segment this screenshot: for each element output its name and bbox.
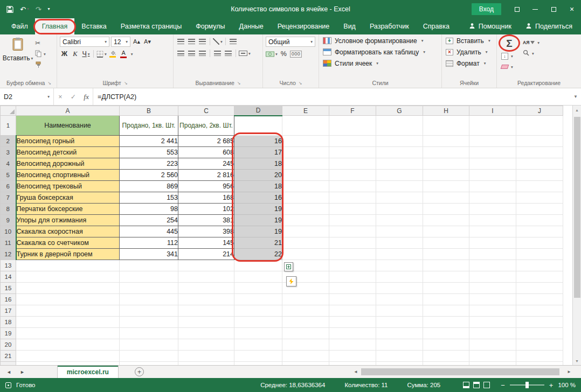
cell-C6[interactable]: 956	[178, 181, 234, 192]
zoom-level[interactable]: 100 %	[558, 382, 576, 388]
cell[interactable]	[516, 305, 563, 317]
cell[interactable]	[282, 181, 329, 192]
comma-style-icon[interactable]: 000	[290, 51, 302, 58]
cell[interactable]	[282, 328, 329, 339]
cell[interactable]	[423, 305, 469, 317]
cell[interactable]	[423, 317, 469, 328]
cancel-icon[interactable]: ×	[54, 93, 67, 101]
cell[interactable]	[469, 317, 516, 328]
cell[interactable]	[516, 260, 563, 271]
align-center-icon[interactable]	[187, 48, 196, 58]
italic-button[interactable]: К	[71, 49, 80, 59]
cell-D12[interactable]: 22	[234, 249, 282, 260]
cell[interactable]	[16, 283, 120, 294]
column-header-A[interactable]: A	[16, 106, 120, 116]
cell[interactable]	[469, 237, 516, 249]
decrease-font-icon[interactable]: А▾	[143, 37, 152, 47]
column-header-B[interactable]: B	[120, 106, 178, 116]
cell-styles-button[interactable]: Стили ячеек▾	[319, 57, 441, 68]
clipboard-dialog-launcher-icon[interactable]: ↘	[47, 81, 51, 86]
cell[interactable]	[423, 204, 469, 215]
cell-B4[interactable]: 223	[120, 158, 178, 170]
cell[interactable]	[423, 215, 469, 226]
cell[interactable]	[234, 294, 282, 305]
cell[interactable]	[376, 181, 423, 192]
cell[interactable]	[376, 328, 423, 339]
cell[interactable]	[329, 260, 376, 271]
horizontal-scroll-thumb[interactable]	[361, 368, 559, 375]
page-break-view-icon[interactable]	[483, 382, 490, 388]
maximize-button[interactable]	[544, 0, 563, 18]
cell[interactable]	[282, 294, 329, 305]
assistant-button[interactable]: Помощник	[469, 23, 511, 31]
cell[interactable]	[516, 328, 563, 339]
cell[interactable]	[329, 181, 376, 192]
cell[interactable]	[376, 158, 423, 170]
sheet-nav-right-icon[interactable]: ►	[16, 369, 29, 375]
cell[interactable]	[234, 305, 282, 317]
scroll-down-icon[interactable]: ▼	[575, 356, 579, 365]
cell[interactable]	[469, 204, 516, 215]
align-right-icon[interactable]	[198, 48, 207, 58]
number-dialog-launcher-icon[interactable]: ↘	[299, 81, 302, 86]
cell-A11[interactable]: Скакалка со счетчиком	[16, 237, 120, 249]
cell[interactable]	[423, 116, 469, 136]
scroll-right-icon[interactable]: ►	[567, 369, 571, 374]
cell[interactable]	[376, 237, 423, 249]
cell[interactable]	[469, 147, 516, 158]
zoom-slider-thumb[interactable]	[525, 382, 529, 388]
cell[interactable]	[516, 215, 563, 226]
column-header-G[interactable]: G	[376, 106, 423, 116]
cell[interactable]	[120, 294, 178, 305]
cell[interactable]	[178, 317, 234, 328]
cell[interactable]	[516, 237, 563, 249]
row-header-13[interactable]: 13	[1, 260, 16, 271]
cell[interactable]	[423, 181, 469, 192]
cell-B11[interactable]: 112	[120, 237, 178, 249]
new-sheet-button[interactable]: +	[135, 367, 144, 376]
cell[interactable]	[423, 249, 469, 260]
cell[interactable]	[178, 305, 234, 317]
bold-button[interactable]: Ж	[60, 49, 69, 59]
cell[interactable]	[376, 260, 423, 271]
cell-D8[interactable]: 19	[234, 204, 282, 215]
wrap-text-icon[interactable]	[229, 37, 238, 46]
delete-cells-button[interactable]: ×Удалить▾	[442, 46, 496, 57]
cell[interactable]	[329, 271, 376, 283]
tab-view[interactable]: Вид	[336, 18, 363, 34]
row-header-15[interactable]: 15	[1, 283, 16, 294]
cell[interactable]	[516, 283, 563, 294]
cell[interactable]	[234, 116, 282, 136]
paste-button[interactable]: Вставить▾	[4, 37, 32, 79]
formula-bar-expand-icon[interactable]: ▼	[570, 94, 581, 99]
cell-B2[interactable]: 2 441	[120, 136, 178, 147]
sheet-nav-left-icon[interactable]: ◄	[2, 369, 16, 375]
cell[interactable]	[376, 339, 423, 351]
font-name-select[interactable]: Calibri▾	[60, 37, 109, 47]
cell[interactable]	[469, 283, 516, 294]
cell[interactable]	[423, 339, 469, 351]
cell[interactable]	[329, 249, 376, 260]
cell[interactable]	[376, 305, 423, 317]
cell[interactable]	[469, 116, 516, 136]
cell[interactable]	[16, 294, 120, 305]
cell[interactable]	[282, 147, 329, 158]
scroll-left-icon[interactable]: ◄	[354, 369, 358, 374]
select-all-button[interactable]	[1, 106, 16, 116]
cell[interactable]	[376, 204, 423, 215]
cell-D6[interactable]: 18	[234, 181, 282, 192]
minimize-button[interactable]	[526, 0, 544, 18]
align-left-icon[interactable]	[176, 48, 185, 58]
cell[interactable]	[516, 158, 563, 170]
row-header-5[interactable]: 5	[1, 170, 16, 181]
close-button[interactable]: ×	[563, 0, 581, 18]
cell[interactable]	[516, 294, 563, 305]
column-header-D[interactable]: D	[234, 106, 282, 116]
cell[interactable]	[282, 305, 329, 317]
cell-B6[interactable]: 869	[120, 181, 178, 192]
row-header-8[interactable]: 8	[1, 204, 16, 215]
increase-indent-icon[interactable]	[224, 48, 233, 58]
cell[interactable]	[423, 136, 469, 147]
tab-review[interactable]: Рецензирование	[271, 18, 337, 34]
cell[interactable]	[469, 136, 516, 147]
